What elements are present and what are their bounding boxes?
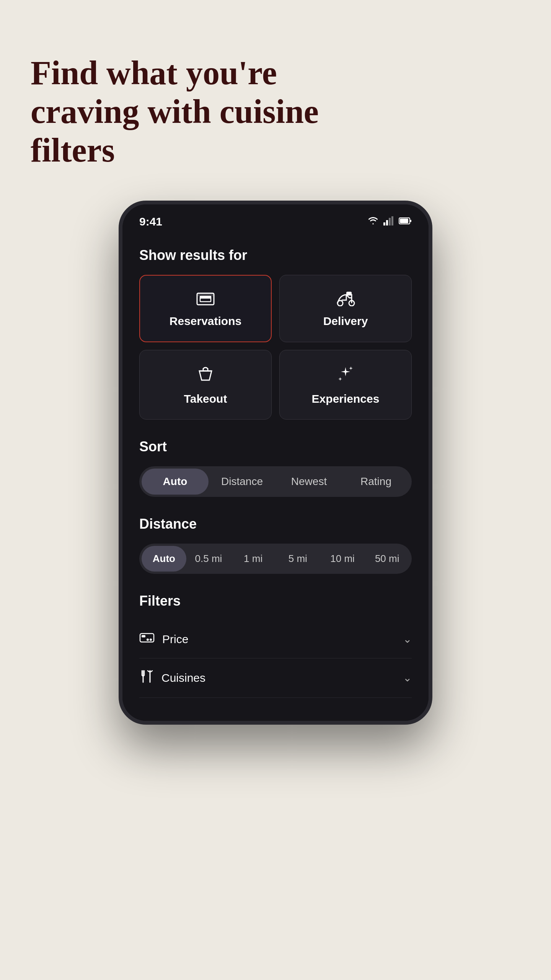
distance-label: Distance	[139, 516, 412, 532]
sort-pill-newest[interactable]: Newest	[276, 469, 342, 495]
filter-row-cuisines-left: Cuisines	[139, 669, 205, 687]
filter-row-cuisines[interactable]: Cuisines ⌄	[139, 658, 412, 698]
svg-rect-0	[383, 222, 385, 225]
result-card-reservations[interactable]: Reservations	[139, 275, 272, 342]
sort-section: Sort Auto Distance Newest Rating	[139, 439, 412, 497]
distance-section: Distance Auto 0.5 mi 1 mi 5 mi 10 mi 50 …	[139, 516, 412, 574]
svg-rect-14	[140, 634, 154, 642]
price-chevron-icon: ⌄	[403, 633, 412, 645]
show-results-label: Show results for	[139, 247, 412, 263]
distance-pill-1mi[interactable]: 1 mi	[231, 546, 276, 572]
filters-label: Filters	[139, 593, 412, 609]
svg-rect-13	[346, 292, 352, 296]
result-card-delivery[interactable]: Delivery	[279, 275, 412, 342]
distance-pill-0.5mi[interactable]: 0.5 mi	[186, 546, 231, 572]
sort-pill-auto[interactable]: Auto	[142, 469, 209, 495]
filter-row-price-left: Price	[139, 631, 188, 647]
experiences-icon	[336, 364, 355, 387]
app-content: Show results for Reservations	[122, 232, 429, 721]
price-icon	[139, 631, 155, 647]
sort-pill-distance[interactable]: Distance	[209, 469, 276, 495]
wifi-icon	[367, 216, 379, 228]
cuisines-chevron-icon: ⌄	[403, 671, 412, 684]
experiences-label: Experiences	[312, 392, 380, 405]
notch	[245, 204, 306, 218]
cuisines-icon	[139, 669, 154, 687]
svg-rect-2	[389, 218, 391, 225]
takeout-label: Takeout	[184, 392, 227, 405]
reservations-icon	[196, 289, 215, 309]
sort-label: Sort	[139, 439, 412, 455]
status-icons	[367, 216, 412, 228]
signal-icon	[383, 216, 394, 227]
takeout-icon	[196, 364, 215, 387]
cuisines-label: Cuisines	[161, 671, 205, 684]
svg-point-16	[150, 639, 152, 641]
show-results-section: Show results for Reservations	[139, 247, 412, 420]
distance-pills: Auto 0.5 mi 1 mi 5 mi 10 mi 50 mi	[139, 544, 412, 574]
sort-pill-rating[interactable]: Rating	[342, 469, 409, 495]
filters-section: Filters Price ⌄	[139, 593, 412, 698]
sort-pills: Auto Distance Newest Rating	[139, 466, 412, 497]
filter-row-price[interactable]: Price ⌄	[139, 621, 412, 658]
distance-pill-10mi[interactable]: 10 mi	[320, 546, 365, 572]
svg-rect-15	[142, 635, 145, 637]
phone-shell: 9:41	[119, 201, 432, 725]
svg-rect-5	[400, 219, 408, 223]
svg-rect-10	[197, 293, 214, 296]
result-type-grid: Reservations	[139, 275, 412, 420]
battery-icon	[399, 217, 412, 226]
svg-rect-3	[391, 216, 393, 225]
page-title: Find what you're craving with cuisine fi…	[31, 54, 329, 170]
distance-pill-5mi[interactable]: 5 mi	[276, 546, 320, 572]
delivery-icon	[335, 289, 356, 309]
svg-point-17	[147, 639, 149, 641]
price-label: Price	[162, 633, 188, 646]
svg-rect-6	[410, 220, 411, 222]
distance-pill-50mi[interactable]: 50 mi	[365, 546, 409, 572]
distance-pill-auto[interactable]: Auto	[142, 546, 186, 572]
reservations-label: Reservations	[170, 315, 241, 328]
result-card-takeout[interactable]: Takeout	[139, 350, 272, 420]
delivery-label: Delivery	[323, 315, 368, 328]
svg-rect-1	[386, 220, 388, 225]
result-card-experiences[interactable]: Experiences	[279, 350, 412, 420]
page-header: Find what you're craving with cuisine fi…	[23, 31, 337, 201]
status-time: 9:41	[139, 215, 162, 228]
